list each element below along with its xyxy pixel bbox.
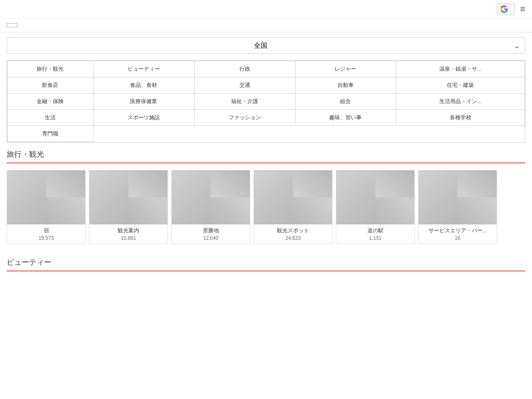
section-divider (7, 271, 525, 271)
section-title: ビューティー (7, 257, 525, 267)
item-card-name: 道の駅 (340, 227, 411, 234)
item-card-count: 16 (422, 235, 493, 241)
header: ≡ (0, 0, 532, 19)
header-right: ≡ (497, 3, 525, 15)
item-card[interactable]: 景勝地12,040 (171, 170, 250, 244)
item-card-images (419, 170, 497, 224)
item-card-name: 景勝地 (175, 227, 246, 234)
tab-jpbook[interactable] (7, 23, 17, 27)
category-cell[interactable] (194, 126, 295, 142)
category-cell[interactable]: 住宅・建築 (396, 77, 525, 94)
category-cell[interactable]: 専門職 (7, 126, 94, 142)
item-card-name: 観光案内 (93, 227, 164, 234)
region-select-wrapper[interactable]: 全国 ⌄ (7, 37, 525, 54)
item-card-images (89, 170, 167, 224)
category-cell[interactable]: 各種学校 (396, 110, 525, 126)
item-card-name: サービスエリア・パー... (422, 227, 493, 234)
category-cell[interactable]: ビューティー (93, 61, 194, 77)
category-cell[interactable]: 趣味、習い事 (295, 110, 396, 126)
item-card-info: 道の駅1,151 (336, 224, 414, 244)
item-card-name: 観光スポット (257, 227, 329, 234)
category-cell[interactable]: 生活用品・イン... (396, 94, 525, 110)
item-card[interactable]: 観光スポット24,623 (254, 170, 332, 244)
category-cell[interactable] (93, 126, 194, 142)
category-cell[interactable]: スポーツ施設 (93, 110, 194, 126)
item-image-bottom-right (458, 197, 497, 224)
item-image-bottom-right (46, 197, 85, 224)
item-image-bottom-right (128, 197, 167, 224)
item-card[interactable]: 道の駅1,151 (336, 170, 415, 244)
category-cell[interactable]: 行政 (194, 61, 295, 77)
list-view-icon[interactable]: ≡ (520, 4, 525, 15)
item-card-count: 12,040 (175, 235, 246, 241)
item-card-images (7, 170, 85, 224)
item-card[interactable]: サービスエリア・パー...16 (418, 170, 497, 244)
google-translate-widget[interactable] (497, 3, 515, 15)
region-chevron-icon: ⌄ (514, 41, 525, 50)
item-card[interactable]: 宿19,573 (7, 170, 86, 244)
section-divider (7, 163, 525, 163)
category-cell[interactable]: 旅行・観光 (7, 61, 94, 77)
item-card[interactable]: 観光案内10,861 (89, 170, 168, 244)
category-cell[interactable]: 組合 (295, 94, 396, 110)
item-card-info: 観光スポット24,623 (254, 224, 332, 244)
item-card-info: 観光案内10,861 (89, 224, 167, 244)
category-cell[interactable]: 福祉・介護 (194, 94, 295, 110)
item-card-count: 24,623 (257, 235, 329, 241)
category-cell[interactable]: 自動車 (295, 77, 396, 94)
item-image-left (336, 170, 375, 224)
item-image-left (89, 170, 128, 224)
category-grid: 旅行・観光ビューティー行政レジャー温泉・銭湯・サ...飲食店食品、食材交通自動車… (7, 60, 525, 143)
category-cell[interactable]: 金融・保険 (7, 94, 94, 110)
item-card-info: サービスエリア・パー...16 (419, 224, 497, 244)
region-select[interactable]: 全国 (7, 38, 514, 53)
category-cell[interactable]: 食品、食材 (93, 77, 194, 94)
item-image-left (254, 170, 293, 224)
category-cell[interactable]: 医療保健業 (93, 94, 194, 110)
category-cell[interactable]: 飲食店 (7, 77, 94, 94)
item-card-info: 宿19,573 (7, 224, 85, 244)
item-image-bottom-right (211, 197, 250, 224)
section: 旅行・観光宿19,573観光案内10,861景勝地12,040観光スポット24,… (7, 149, 525, 244)
category-cell[interactable] (396, 126, 525, 142)
item-image-left (419, 170, 458, 224)
item-image-left (7, 170, 46, 224)
item-image-bottom-right (293, 197, 332, 224)
section: ビューティー (7, 257, 525, 271)
item-card-images (172, 170, 250, 224)
item-image-top-right (128, 170, 167, 197)
item-card-images (336, 170, 414, 224)
category-cell[interactable]: ファッション (194, 110, 295, 126)
item-card-count: 19,573 (10, 235, 82, 241)
item-card-name: 宿 (10, 227, 82, 234)
category-cell[interactable] (295, 126, 396, 142)
category-cell[interactable]: 生活 (7, 110, 94, 126)
item-image-top-right (458, 170, 497, 197)
tab-bar (0, 19, 532, 32)
category-cell[interactable]: 交通 (194, 77, 295, 94)
item-card-count: 1,151 (340, 235, 411, 241)
category-cell[interactable]: レジャー (295, 61, 396, 77)
category-cell[interactable]: 温泉・銭湯・サ... (396, 61, 525, 77)
item-image-top-right (46, 170, 85, 197)
item-card-count: 10,861 (93, 235, 164, 241)
item-card-info: 景勝地12,040 (172, 224, 250, 244)
item-image-top-right (211, 170, 250, 197)
item-image-top-right (293, 170, 332, 197)
section-title: 旅行・観光 (7, 149, 525, 159)
item-image-bottom-right (375, 197, 414, 224)
item-card-images (254, 170, 332, 224)
item-image-top-right (375, 170, 414, 197)
google-icon (500, 5, 508, 13)
items-grid: 宿19,573観光案内10,861景勝地12,040観光スポット24,623道の… (7, 170, 525, 244)
item-image-left (172, 170, 211, 224)
